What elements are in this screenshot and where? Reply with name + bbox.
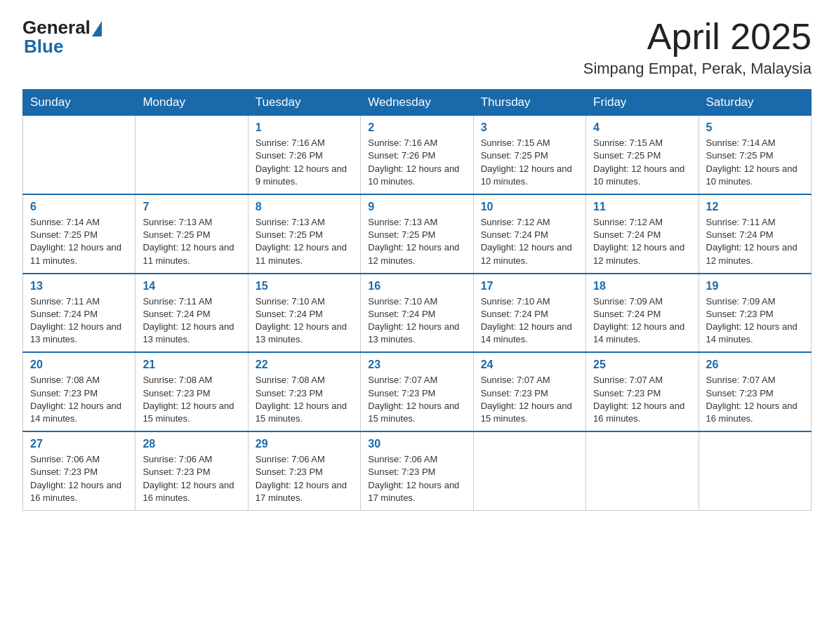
calendar-cell: 8Sunrise: 7:13 AMSunset: 7:25 PMDaylight… — [248, 194, 360, 274]
cell-day-number: 4 — [593, 121, 691, 134]
cell-day-number: 16 — [368, 280, 465, 293]
calendar-cell: 27Sunrise: 7:06 AMSunset: 7:23 PMDayligh… — [23, 431, 135, 510]
calendar-cell: 7Sunrise: 7:13 AMSunset: 7:25 PMDaylight… — [135, 194, 248, 274]
calendar-cell: 25Sunrise: 7:07 AMSunset: 7:23 PMDayligh… — [586, 352, 699, 431]
title-block: April 2025 Simpang Empat, Perak, Malaysi… — [583, 17, 812, 78]
calendar-cell: 15Sunrise: 7:10 AMSunset: 7:24 PMDayligh… — [248, 274, 360, 353]
cell-day-number: 30 — [368, 438, 465, 450]
cell-info: Sunrise: 7:07 AMSunset: 7:23 PMDaylight:… — [368, 374, 465, 425]
cell-info: Sunrise: 7:12 AMSunset: 7:24 PMDaylight:… — [481, 216, 578, 267]
calendar-week-row: 1Sunrise: 7:16 AMSunset: 7:26 PMDaylight… — [23, 116, 812, 194]
calendar-title: April 2025 — [583, 17, 812, 57]
logo: General Blue — [22, 17, 102, 58]
calendar-table: SundayMondayTuesdayWednesdayThursdayFrid… — [22, 89, 812, 511]
cell-info: Sunrise: 7:13 AMSunset: 7:25 PMDaylight:… — [368, 216, 465, 267]
cell-info: Sunrise: 7:10 AMSunset: 7:24 PMDaylight:… — [256, 295, 353, 347]
header-sunday: Sunday — [23, 90, 135, 116]
cell-info: Sunrise: 7:14 AMSunset: 7:25 PMDaylight:… — [706, 137, 804, 188]
calendar-cell — [473, 431, 585, 510]
cell-day-number: 24 — [481, 358, 578, 371]
calendar-week-row: 13Sunrise: 7:11 AMSunset: 7:24 PMDayligh… — [23, 274, 812, 353]
calendar-cell: 26Sunrise: 7:07 AMSunset: 7:23 PMDayligh… — [699, 352, 811, 431]
calendar-cell: 22Sunrise: 7:08 AMSunset: 7:23 PMDayligh… — [248, 352, 360, 431]
calendar-cell — [699, 431, 811, 510]
calendar-week-row: 20Sunrise: 7:08 AMSunset: 7:23 PMDayligh… — [23, 352, 812, 431]
header-wednesday: Wednesday — [361, 90, 473, 116]
calendar-cell: 10Sunrise: 7:12 AMSunset: 7:24 PMDayligh… — [473, 194, 585, 274]
cell-info: Sunrise: 7:07 AMSunset: 7:23 PMDaylight:… — [481, 374, 578, 425]
calendar-cell: 5Sunrise: 7:14 AMSunset: 7:25 PMDaylight… — [699, 116, 811, 194]
cell-info: Sunrise: 7:06 AMSunset: 7:23 PMDaylight:… — [256, 453, 353, 504]
calendar-cell: 3Sunrise: 7:15 AMSunset: 7:25 PMDaylight… — [473, 116, 585, 194]
cell-info: Sunrise: 7:12 AMSunset: 7:24 PMDaylight:… — [593, 216, 691, 267]
cell-day-number: 20 — [30, 358, 128, 371]
cell-info: Sunrise: 7:08 AMSunset: 7:23 PMDaylight:… — [30, 374, 128, 425]
cell-day-number: 10 — [481, 201, 578, 213]
cell-day-number: 18 — [593, 280, 691, 293]
cell-info: Sunrise: 7:09 AMSunset: 7:23 PMDaylight:… — [706, 295, 804, 347]
header-tuesday: Tuesday — [248, 90, 360, 116]
cell-day-number: 2 — [368, 121, 465, 134]
cell-day-number: 28 — [143, 438, 240, 450]
calendar-cell: 6Sunrise: 7:14 AMSunset: 7:25 PMDaylight… — [23, 194, 135, 274]
cell-info: Sunrise: 7:08 AMSunset: 7:23 PMDaylight:… — [143, 374, 240, 425]
calendar-subtitle: Simpang Empat, Perak, Malaysia — [583, 60, 812, 78]
calendar-cell: 20Sunrise: 7:08 AMSunset: 7:23 PMDayligh… — [23, 352, 135, 431]
cell-day-number: 26 — [706, 358, 804, 371]
cell-day-number: 9 — [368, 201, 465, 213]
calendar-cell: 4Sunrise: 7:15 AMSunset: 7:25 PMDaylight… — [586, 116, 699, 194]
calendar-cell: 14Sunrise: 7:11 AMSunset: 7:24 PMDayligh… — [135, 274, 248, 353]
cell-info: Sunrise: 7:10 AMSunset: 7:24 PMDaylight:… — [481, 295, 578, 347]
logo-blue-text: Blue — [24, 36, 63, 58]
cell-info: Sunrise: 7:15 AMSunset: 7:25 PMDaylight:… — [481, 137, 578, 188]
cell-day-number: 19 — [706, 280, 804, 293]
calendar-cell: 2Sunrise: 7:16 AMSunset: 7:26 PMDaylight… — [361, 116, 473, 194]
cell-day-number: 29 — [256, 438, 353, 450]
calendar-cell — [23, 116, 135, 194]
cell-info: Sunrise: 7:06 AMSunset: 7:23 PMDaylight:… — [143, 453, 240, 504]
calendar-cell: 1Sunrise: 7:16 AMSunset: 7:26 PMDaylight… — [248, 116, 360, 194]
cell-info: Sunrise: 7:11 AMSunset: 7:24 PMDaylight:… — [143, 295, 240, 347]
calendar-week-row: 6Sunrise: 7:14 AMSunset: 7:25 PMDaylight… — [23, 194, 812, 274]
cell-day-number: 11 — [593, 201, 691, 213]
calendar-week-row: 27Sunrise: 7:06 AMSunset: 7:23 PMDayligh… — [23, 431, 812, 510]
cell-info: Sunrise: 7:07 AMSunset: 7:23 PMDaylight:… — [706, 374, 804, 425]
cell-info: Sunrise: 7:10 AMSunset: 7:24 PMDaylight:… — [368, 295, 465, 347]
header-saturday: Saturday — [699, 90, 811, 116]
logo-triangle-icon — [92, 21, 102, 36]
cell-info: Sunrise: 7:16 AMSunset: 7:26 PMDaylight:… — [368, 137, 465, 188]
cell-info: Sunrise: 7:06 AMSunset: 7:23 PMDaylight:… — [368, 453, 465, 504]
calendar-cell: 19Sunrise: 7:09 AMSunset: 7:23 PMDayligh… — [699, 274, 811, 353]
cell-info: Sunrise: 7:11 AMSunset: 7:24 PMDaylight:… — [30, 295, 128, 347]
calendar-cell: 13Sunrise: 7:11 AMSunset: 7:24 PMDayligh… — [23, 274, 135, 353]
cell-day-number: 7 — [143, 201, 240, 213]
cell-info: Sunrise: 7:15 AMSunset: 7:25 PMDaylight:… — [593, 137, 691, 188]
cell-day-number: 12 — [706, 201, 804, 213]
cell-info: Sunrise: 7:07 AMSunset: 7:23 PMDaylight:… — [593, 374, 691, 425]
cell-day-number: 1 — [256, 121, 353, 134]
page-header: General Blue April 2025 Simpang Empat, P… — [22, 17, 812, 78]
cell-day-number: 14 — [143, 280, 240, 293]
calendar-cell: 30Sunrise: 7:06 AMSunset: 7:23 PMDayligh… — [361, 431, 473, 510]
cell-day-number: 23 — [368, 358, 465, 371]
calendar-cell — [586, 431, 699, 510]
calendar-cell: 21Sunrise: 7:08 AMSunset: 7:23 PMDayligh… — [135, 352, 248, 431]
cell-info: Sunrise: 7:11 AMSunset: 7:24 PMDaylight:… — [706, 216, 804, 267]
cell-info: Sunrise: 7:08 AMSunset: 7:23 PMDaylight:… — [256, 374, 353, 425]
calendar-cell: 12Sunrise: 7:11 AMSunset: 7:24 PMDayligh… — [699, 194, 811, 274]
calendar-cell — [135, 116, 248, 194]
calendar-cell: 23Sunrise: 7:07 AMSunset: 7:23 PMDayligh… — [361, 352, 473, 431]
header-thursday: Thursday — [473, 90, 585, 116]
cell-day-number: 5 — [706, 121, 804, 134]
header-friday: Friday — [586, 90, 699, 116]
calendar-cell: 9Sunrise: 7:13 AMSunset: 7:25 PMDaylight… — [361, 194, 473, 274]
calendar-cell: 17Sunrise: 7:10 AMSunset: 7:24 PMDayligh… — [473, 274, 585, 353]
cell-day-number: 21 — [143, 358, 240, 371]
cell-day-number: 17 — [481, 280, 578, 293]
calendar-cell: 18Sunrise: 7:09 AMSunset: 7:24 PMDayligh… — [586, 274, 699, 353]
cell-day-number: 15 — [256, 280, 353, 293]
calendar-header-row: SundayMondayTuesdayWednesdayThursdayFrid… — [23, 90, 812, 116]
cell-info: Sunrise: 7:14 AMSunset: 7:25 PMDaylight:… — [30, 216, 128, 267]
calendar-cell: 11Sunrise: 7:12 AMSunset: 7:24 PMDayligh… — [586, 194, 699, 274]
cell-info: Sunrise: 7:13 AMSunset: 7:25 PMDaylight:… — [143, 216, 240, 267]
